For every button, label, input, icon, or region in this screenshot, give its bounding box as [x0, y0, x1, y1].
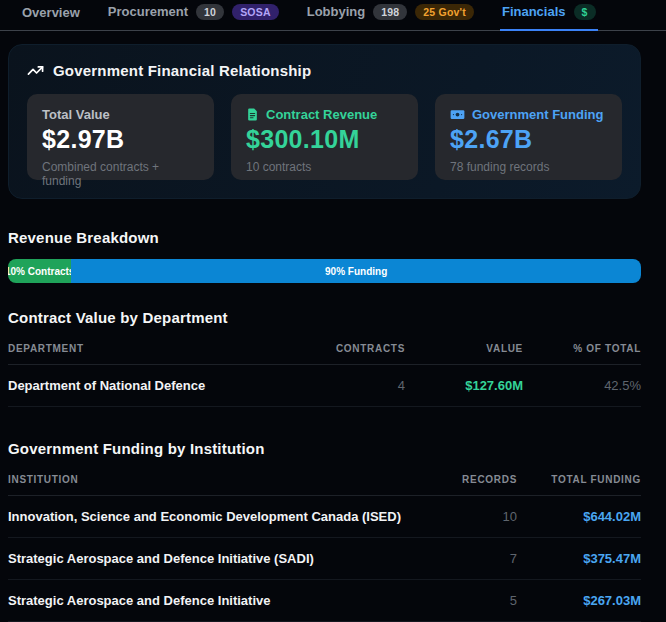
institution-name: Strategic Aerospace and Defence Initiati…	[8, 538, 405, 580]
funding-table: Institution Records Total Funding Innova…	[8, 459, 641, 622]
contract-value: $127.60M	[405, 365, 523, 407]
file-text-icon	[246, 108, 259, 121]
stat-total-value-sub: Combined contracts + funding	[42, 160, 199, 188]
records-count: 7	[405, 538, 517, 580]
tab-bar: Overview Procurement 10 SOSA Lobbying 19…	[0, 0, 666, 31]
contracts-count: 4	[295, 365, 405, 407]
stat-contract-revenue-sub: 10 contracts	[246, 160, 403, 174]
stat-row: Total Value $2.97B Combined contracts + …	[27, 94, 622, 180]
tab-overview[interactable]: Overview	[20, 0, 82, 31]
tab-financials[interactable]: Financials $	[500, 0, 598, 31]
funding-table-header-row: Institution Records Total Funding	[8, 459, 641, 496]
financials-page: Overview Procurement 10 SOSA Lobbying 19…	[0, 0, 666, 622]
revenue-breakdown-section: Revenue Breakdown 10% Contracts 90% Fund…	[8, 229, 641, 283]
stat-contract-revenue: Contract Revenue $300.10M 10 contracts	[231, 94, 418, 180]
sosa-badge: SOSA	[232, 4, 279, 21]
stat-contract-revenue-amount: $300.10M	[246, 125, 403, 154]
trending-up-icon	[27, 62, 44, 79]
table-row[interactable]: Strategic Aerospace and Defence Initiati…	[8, 580, 641, 622]
stat-government-funding-sub: 78 funding records	[450, 160, 607, 174]
tab-procurement[interactable]: Procurement 10 SOSA	[106, 0, 281, 31]
institution-name: Strategic Aerospace and Defence Initiati…	[8, 580, 405, 622]
stat-total-value-amount: $2.97B	[42, 125, 199, 154]
col-department: Department	[8, 328, 295, 365]
tab-financials-label: Financials	[502, 4, 566, 19]
hero-header: Government Financial Relationship	[27, 62, 622, 79]
contract-value-section: Contract Value by Department Department …	[8, 309, 641, 407]
funding-segment: 90% Funding	[71, 259, 641, 283]
contracts-segment: 10% Contracts	[8, 259, 71, 283]
government-funding-section: Government Funding by Institution Instit…	[8, 440, 641, 622]
revenue-breakdown-title: Revenue Breakdown	[8, 229, 641, 246]
records-count: 10	[405, 496, 517, 538]
stat-government-funding: Government Funding $2.67B 78 funding rec…	[435, 94, 622, 180]
col-contracts: Contracts	[295, 328, 405, 365]
total-funding-value: $267.03M	[517, 580, 641, 622]
contracts-table: Department Contracts Value % of Total De…	[8, 328, 641, 407]
table-row[interactable]: Innovation, Science and Economic Develop…	[8, 496, 641, 538]
table-row[interactable]: Strategic Aerospace and Defence Initiati…	[8, 538, 641, 580]
stat-total-value-label: Total Value	[42, 107, 199, 122]
table-row[interactable]: Department of National Defence 4 $127.60…	[8, 365, 641, 407]
contract-value-title: Contract Value by Department	[8, 309, 641, 326]
stat-contract-revenue-label: Contract Revenue	[246, 107, 403, 122]
financial-relationship-card: Government Financial Relationship Total …	[8, 44, 641, 199]
revenue-breakdown-bar: 10% Contracts 90% Funding	[8, 259, 641, 283]
col-institution: Institution	[8, 459, 405, 496]
department-name: Department of National Defence	[8, 365, 295, 407]
procurement-count-badge: 10	[196, 4, 224, 21]
col-records: Records	[405, 459, 517, 496]
government-funding-title: Government Funding by Institution	[8, 440, 641, 457]
pct-of-total: 42.5%	[523, 365, 641, 407]
banknote-icon	[450, 108, 465, 121]
stat-government-funding-amount: $2.67B	[450, 125, 607, 154]
records-count: 5	[405, 580, 517, 622]
tab-lobbying[interactable]: Lobbying 198 25 Gov't	[305, 0, 476, 31]
col-value: Value	[405, 328, 523, 365]
stat-total-value: Total Value $2.97B Combined contracts + …	[27, 94, 214, 180]
lobbying-count-badge: 198	[373, 4, 407, 21]
tab-overview-label: Overview	[22, 5, 80, 20]
stat-government-funding-label: Government Funding	[450, 107, 607, 122]
institution-name: Innovation, Science and Economic Develop…	[8, 496, 405, 538]
hero-title: Government Financial Relationship	[53, 62, 311, 79]
dollar-badge: $	[574, 4, 596, 21]
tab-procurement-label: Procurement	[108, 4, 188, 19]
col-pct-of-total: % of Total	[523, 328, 641, 365]
contracts-table-header-row: Department Contracts Value % of Total	[8, 328, 641, 365]
tab-lobbying-label: Lobbying	[307, 4, 366, 19]
col-total-funding: Total Funding	[517, 459, 641, 496]
total-funding-value: $375.47M	[517, 538, 641, 580]
total-funding-value: $644.02M	[517, 496, 641, 538]
gov-count-badge: 25 Gov't	[415, 4, 474, 21]
